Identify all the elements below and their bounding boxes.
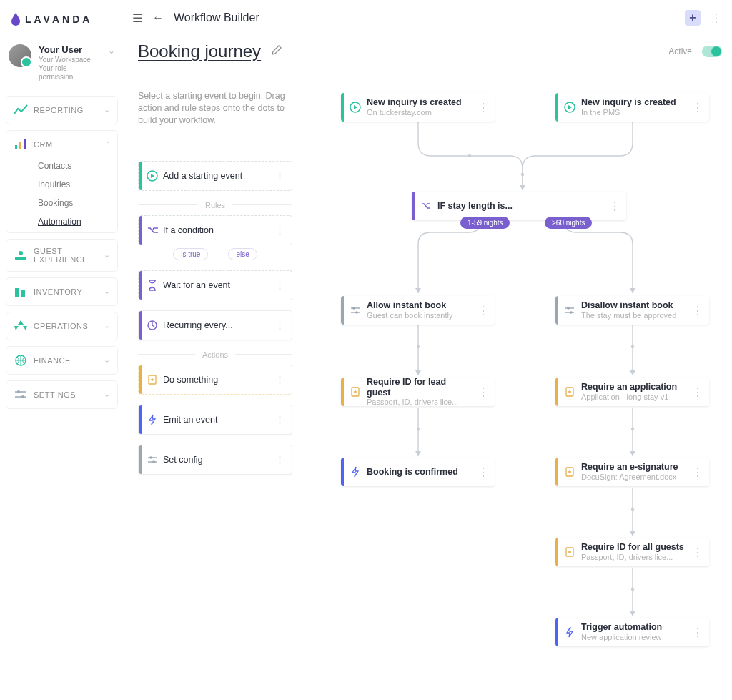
svg-point-20 [521,173,524,176]
node-esign[interactable]: Require an e-signatureDocuSign: Agreemen… [555,458,709,486]
concierge-icon [14,249,28,262]
back-icon[interactable]: ← [152,11,164,24]
clipboard-plus-icon [558,386,581,398]
clipboard-plus-icon [558,466,581,478]
palette-wait[interactable]: Wait for an event ⋮ [138,270,292,300]
node-condition[interactable]: IF stay length is... ⋮ [412,192,626,220]
kebab-icon[interactable]: ⋮ [686,304,709,317]
kebab-icon[interactable]: ⋮ [686,546,709,559]
palette-emit[interactable]: Emit an event ⋮ [138,405,292,435]
palette-help: Select a starting event to begin. Drag a… [138,90,292,127]
brand-logo: LAVANDA [11,13,92,26]
kebab-icon[interactable]: ⋮ [268,374,292,385]
clipboard-plus-icon [558,546,581,558]
nav-crm-automation[interactable]: Automation [6,212,117,231]
node-trigger[interactable]: Trigger automationNew application review… [555,618,709,646]
chevron-down-icon: ⌄ [104,250,111,260]
kebab-icon[interactable]: ⋮ [268,170,292,181]
header-title: Workflow Builder [174,11,259,24]
nav-crm-inquiries[interactable]: Inquiries [6,175,117,194]
svg-point-24 [631,428,634,430]
node-confirmed[interactable]: Booking is confirmed ⋮ [341,458,495,486]
svg-rect-2 [24,139,26,149]
add-button[interactable]: + [685,10,701,26]
svg-rect-1 [19,142,21,149]
chevron-down-icon: ⌄ [104,105,111,114]
svg-point-30 [352,307,355,310]
hourglass-icon [142,280,163,291]
kebab-icon[interactable]: ⋮ [268,225,292,235]
nav-crm-bookings[interactable]: Bookings [6,194,117,212]
kebab-icon[interactable]: ⋮ [268,454,292,465]
brand-name: LAVANDA [25,14,92,25]
kebab-icon[interactable]: ⋮ [472,101,495,114]
kebab-icon[interactable]: ⋮ [686,465,709,479]
kebab-icon[interactable]: ⋮ [268,280,292,290]
nav-settings[interactable]: SETTINGS ⌄ [6,383,117,407]
svg-point-11 [21,395,24,398]
svg-point-26 [631,588,634,591]
workflow-title[interactable]: Booking journey [138,41,261,61]
page-header: ☰ ← Workflow Builder + ⋮ [132,10,732,26]
node-start-a[interactable]: New inquiry is created On tuckerstay.com… [341,93,495,122]
chevron-up-icon: ^ [106,140,110,149]
svg-point-4 [19,251,23,255]
nav-operations[interactable]: OPERATIONS ⌄ [6,314,117,338]
pill-else: else [228,248,257,260]
nav-guest-experience[interactable]: GUEST EXPERIENCE ⌄ [6,241,117,270]
kebab-icon[interactable]: ⋮ [268,414,292,425]
pill-true: is true [173,248,208,260]
nav-reporting[interactable]: REPORTING ⌄ [6,98,117,122]
svg-point-34 [567,307,570,310]
palette-do-something[interactable]: Do something ⋮ [138,365,292,395]
clipboard-plus-icon [344,386,367,398]
palette-if-condition[interactable]: If a condition ⋮ [138,215,292,245]
avatar [9,44,31,67]
shuffle-icon [415,200,437,212]
active-toggle[interactable] [702,46,722,57]
nav-crm[interactable]: CRM ^ [6,132,117,157]
kebab-icon[interactable]: ⋮ [686,385,709,399]
kebab-icon[interactable]: ⋮ [472,304,495,317]
svg-point-21 [417,345,420,348]
chart-line-icon [14,104,28,117]
node-start-b[interactable]: New inquiry is created In the PMS ⋮ [555,93,709,122]
kebab-icon[interactable]: ⋮ [603,199,626,213]
palette-recurring[interactable]: Recurring every... ⋮ [138,310,292,340]
node-allow[interactable]: Allow instant bookGuest can book instant… [341,296,495,325]
user-summary[interactable]: Your User Your Workspace Your role permi… [6,41,118,90]
nav-finance[interactable]: FINANCE ⌄ [6,348,117,373]
kebab-icon[interactable]: ⋮ [711,11,722,25]
svg-rect-5 [15,288,19,297]
sliders-icon [344,305,367,316]
node-application[interactable]: Require an applicationApplication - long… [555,378,709,406]
chevron-down-icon: ⌄ [104,390,111,399]
sliders-icon [558,305,581,316]
menu-icon[interactable]: ☰ [132,11,142,25]
node-disallow[interactable]: Disallow instant bookThe stay must be ap… [555,296,709,325]
active-label: Active [668,46,692,56]
kebab-icon[interactable]: ⋮ [472,465,495,479]
svg-point-36 [570,311,573,314]
kebab-icon[interactable]: ⋮ [268,320,292,330]
node-id-all[interactable]: Require ID for all guestsPassport, ID, d… [555,538,709,566]
kebab-icon[interactable]: ⋮ [686,626,709,639]
sidebar: Your User Your Workspace Your role permi… [0,36,124,415]
workflow-canvas[interactable]: New inquiry is created On tuckerstay.com… [315,79,732,700]
node-id-lead[interactable]: Require ID for lead guestPassport, ID, d… [341,378,495,406]
chevron-down-icon: ⌄ [104,355,111,365]
nav-crm-contacts[interactable]: Contacts [6,157,117,175]
play-icon [142,169,163,182]
palette-set-config[interactable]: Set config ⋮ [138,445,292,475]
user-role: Your role permission [39,64,101,82]
shuffle-icon [142,225,163,236]
play-icon [558,101,581,114]
kebab-icon[interactable]: ⋮ [686,101,709,114]
palette-start[interactable]: Add a starting event ⋮ [138,161,292,191]
pencil-icon[interactable] [271,44,282,59]
palette: Select a starting event to begin. Drag a… [138,90,292,485]
globe-icon [14,354,28,367]
kebab-icon[interactable]: ⋮ [472,385,495,399]
nav-inventory[interactable]: INVENTORY ⌄ [6,280,117,304]
svg-rect-0 [15,145,17,149]
